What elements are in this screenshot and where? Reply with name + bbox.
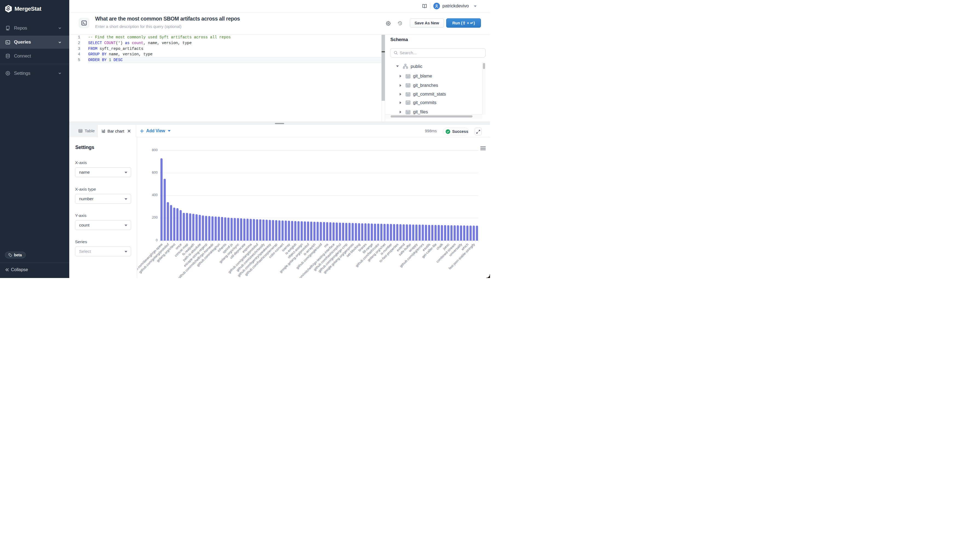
svg-text:github.com/golang/protobuf: github.com/golang/protobuf [138,242,170,274]
svg-text:chalk: chalk [435,242,444,251]
svg-text:400: 400 [152,193,157,197]
svg-text:800: 800 [152,148,157,152]
svg-text:0: 0 [155,238,157,242]
svg-text:600: 600 [152,170,157,174]
svg-text:200: 200 [152,215,157,220]
